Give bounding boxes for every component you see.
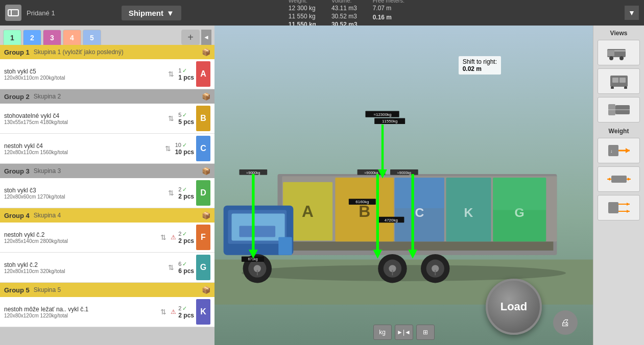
item-name: stoh vykl č.2 xyxy=(4,261,164,268)
group2-box-icon[interactable]: 📦 xyxy=(202,92,210,101)
tab-2[interactable]: 2 xyxy=(23,30,41,45)
free-meters-label: Free meters: xyxy=(373,0,404,4)
play-button[interactable]: ►|◄ xyxy=(395,325,413,340)
shipment-arrow-icon: ▼ xyxy=(166,9,174,17)
views-section-label: Views xyxy=(598,30,640,37)
print-icon: 🖨 xyxy=(561,317,570,328)
free-meters-col: Free meters: 7.07 m 0.16 m xyxy=(373,0,404,28)
volume-row2: 30.52 m3 xyxy=(331,13,357,20)
group4-box-icon[interactable]: 📦 xyxy=(202,211,210,219)
group5-header: Group 5 Skupina 5 📦 xyxy=(0,283,214,297)
tab-3[interactable]: 3 xyxy=(43,30,61,45)
warning-icon: ⚠ xyxy=(171,234,176,241)
item-count: 6✓ 6 pcs xyxy=(178,261,194,275)
item-row: stoh vykl č3 120x80x60cm 1270kg/total ⇅ … xyxy=(0,178,214,208)
item-name: nestoh môže ležať na.. vykl č.1 xyxy=(4,306,156,313)
svg-rect-66 xyxy=(612,78,618,83)
add-tab-button[interactable]: + xyxy=(181,30,200,45)
group5-name: Group 5 xyxy=(4,286,30,294)
group3-box-icon[interactable]: 📦 xyxy=(202,167,210,175)
svg-text:↓: ↓ xyxy=(610,149,613,154)
item-info: stoh vykl č.2 120x80x110cm 320kg/total xyxy=(4,261,164,274)
svg-rect-0 xyxy=(8,10,18,16)
group2-desc: Skupina 2 xyxy=(34,93,198,100)
view-truck-rear-button[interactable] xyxy=(598,68,640,94)
grid-button[interactable]: ⊞ xyxy=(416,325,435,340)
group5-desc: Skupina 5 xyxy=(34,286,198,293)
group4-desc: Skupina 4 xyxy=(34,212,198,219)
svg-rect-73 xyxy=(608,145,618,156)
weight-side-button[interactable] xyxy=(598,166,640,192)
item-info: nestoh vykl č4 120x80x110cm 1560kg/total xyxy=(4,142,161,155)
view-truck-top-button[interactable] xyxy=(598,97,640,122)
svg-rect-5 xyxy=(281,241,554,251)
sort-icon: ⇅ xyxy=(165,144,171,153)
weight-down-button[interactable]: ↓ xyxy=(598,138,640,163)
item-dims: 120x80x110cm 320kg/total xyxy=(4,268,164,274)
item-row: stoh vykl č.2 120x80x110cm 320kg/total ⇅… xyxy=(0,253,214,283)
volume-row1: 43.11 m3 xyxy=(331,5,357,12)
kg-button[interactable]: kg xyxy=(373,325,392,340)
group5-box-icon[interactable]: 📦 xyxy=(202,286,210,294)
group1-box-icon[interactable]: 📦 xyxy=(202,48,210,56)
sort-icon: ⇅ xyxy=(168,70,174,78)
tab-1[interactable]: 1 xyxy=(3,30,21,45)
svg-rect-77 xyxy=(611,176,627,183)
item-badge-C: C xyxy=(196,136,210,161)
group4-name: Group 4 xyxy=(4,212,30,219)
svg-text:A: A xyxy=(302,202,314,220)
tab-4[interactable]: 4 xyxy=(63,30,81,45)
sort-icon: ⇅ xyxy=(160,308,166,316)
shipment-label: Shipment xyxy=(129,9,163,17)
weight-bottom-icon xyxy=(606,200,632,215)
item-dims: 120x80x120cm 1220kg/total xyxy=(4,313,156,318)
shipment-dropdown[interactable]: Shipment ▼ xyxy=(122,6,181,20)
item-info: nestoh vykl č.2 120x85x140cm 2800kg/tota… xyxy=(4,231,156,244)
svg-marker-81 xyxy=(628,178,631,181)
item-dims: 130x55x175cm 4180kg/total xyxy=(4,119,164,125)
minimize-button[interactable]: ▼ xyxy=(625,6,639,20)
weight-bottom-button[interactable] xyxy=(598,195,640,220)
svg-rect-13 xyxy=(395,178,444,208)
group2-name: Group 2 xyxy=(4,93,30,101)
item-dims: 120x80x110cm 1560kg/total xyxy=(4,150,161,155)
collapse-panel-button[interactable]: ◄ xyxy=(201,30,211,45)
item-dims: 120x80x60cm 1270kg/total xyxy=(4,194,164,200)
right-panel: Views xyxy=(593,26,644,345)
main-area: 1 2 3 4 5 + ◄ Group 1 Skupina 1 (vyložiť… xyxy=(0,26,644,345)
item-count: 2✓ 2 pcs xyxy=(178,186,194,200)
group3-name: Group 3 xyxy=(4,167,30,175)
item-row: nestoh vykl č4 120x80x110cm 1560kg/total… xyxy=(0,134,214,164)
grid-icon: ⊞ xyxy=(423,329,428,336)
item-row: stohovatelné vykl č4 130x55x175cm 4180kg… xyxy=(0,104,214,134)
svg-rect-18 xyxy=(493,178,546,210)
warning-icon2: ⚠ xyxy=(171,308,176,315)
group1-header: Group 1 Skupina 1 (vyložiť jako posledný… xyxy=(0,45,214,59)
item-count: 2✓ 2 pcs xyxy=(178,231,194,244)
group2-header: Group 2 Skupina 2 📦 xyxy=(0,89,214,104)
item-badge-G: G xyxy=(196,255,210,280)
svg-text:K: K xyxy=(464,206,473,219)
tab-5[interactable]: 5 xyxy=(83,30,101,45)
left-panel: 1 2 3 4 5 + ◄ Group 1 Skupina 1 (vyložiť… xyxy=(0,26,214,345)
svg-text:≈9000kg: ≈9000kg xyxy=(364,171,378,175)
truck-rear-view-icon xyxy=(606,73,632,89)
play-icon: ►|◄ xyxy=(397,329,411,336)
svg-marker-86 xyxy=(627,210,630,213)
weight-col: Weight: 12 300 kg 11 550 kg 11 550 kg xyxy=(289,0,316,28)
truck-side-view-icon xyxy=(606,45,632,60)
print-button[interactable]: 🖨 xyxy=(553,310,578,335)
svg-text:11550kg: 11550kg xyxy=(382,119,397,124)
groups-scroll: Group 1 Skupina 1 (vyložiť jako posledný… xyxy=(0,45,214,345)
item-info: nestoh môže ležať na.. vykl č.1 120x80x1… xyxy=(4,306,156,318)
tab-bar: 1 2 3 4 5 + ◄ xyxy=(0,26,214,45)
weight-down-icon: ↓ xyxy=(606,143,632,158)
item-badge-B: B xyxy=(196,106,210,131)
sort-icon: ⇅ xyxy=(168,114,174,122)
load-button-label: Load xyxy=(500,300,528,313)
view-truck-side-button[interactable] xyxy=(598,40,640,65)
load-button[interactable]: Load xyxy=(486,279,542,335)
svg-marker-75 xyxy=(626,148,630,153)
svg-text:≈12300kg: ≈12300kg xyxy=(374,112,392,117)
svg-text:B: B xyxy=(359,202,370,220)
